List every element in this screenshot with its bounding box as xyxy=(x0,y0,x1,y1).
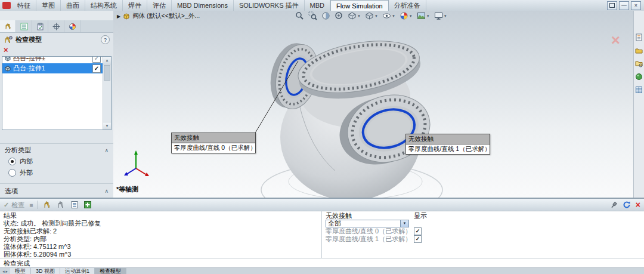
ribbon-tab-mbd[interactable]: MBD xyxy=(305,0,330,11)
restore-window-icon[interactable] xyxy=(607,1,617,10)
ribbon-tab-flow-simulation[interactable]: Flow Simulation xyxy=(330,0,389,11)
panel-title: 检查模型 xyxy=(16,35,42,44)
manager-tabs xyxy=(0,20,113,33)
ribbon-tab-evaluate[interactable]: 评估 xyxy=(147,0,172,11)
show-contact-checkbox-0[interactable]: ✓ xyxy=(414,227,422,235)
view-toolbar: ▼ ▼ ▼ ▼ ▼ ▼ xyxy=(295,11,447,20)
cancel-command-icon[interactable]: × xyxy=(611,32,620,48)
zoom-fit-icon[interactable] xyxy=(295,11,304,20)
ribbon-tab-addins[interactable]: SOLIDWORKS 插件 xyxy=(234,0,305,11)
hide-show-items-icon[interactable]: ▼ xyxy=(382,11,395,20)
edit-appearance-icon[interactable]: ▼ xyxy=(400,11,413,20)
contact-filter-value: 全部 xyxy=(326,220,400,227)
section-view-icon[interactable] xyxy=(321,11,330,20)
tree-row-selected[interactable]: 凸台-拉伸1 ✓ xyxy=(2,63,103,73)
radio-label: 外部 xyxy=(20,168,33,177)
beach-ball-icon xyxy=(69,23,76,30)
chevron-up-icon: ∧ xyxy=(104,147,109,153)
tab-label: 模型 xyxy=(15,267,26,274)
tab-model[interactable]: 模型 xyxy=(10,268,31,274)
tab-scroll-arrows[interactable]: ◂ ▸ xyxy=(0,268,10,274)
tab-flow-analysis-tree[interactable] xyxy=(0,20,16,32)
check-glyph: ✓ xyxy=(416,236,420,242)
ribbon-tab-structure-system[interactable]: 结构系统 xyxy=(85,0,123,11)
design-library-icon[interactable] xyxy=(635,47,643,54)
ribbon-tab-analysis-prep[interactable]: 分析准备 xyxy=(389,0,426,11)
custom-properties-icon[interactable] xyxy=(635,86,643,94)
tab-3d-views[interactable]: 3D 视图 xyxy=(31,268,60,274)
show-contact-checkbox-1[interactable]: ✓ xyxy=(414,235,422,243)
tree-scrollbar[interactable]: ▲ ▼ xyxy=(103,57,111,130)
appearances-icon[interactable] xyxy=(635,73,643,81)
tree-row[interactable]: 凸台-拉伸1 ✓ xyxy=(2,57,103,63)
contact-filter-select[interactable]: 全部 ▼ xyxy=(326,220,409,227)
breadcrumb[interactable]: 阀体 (默认<<默认>_外... xyxy=(123,12,200,20)
contacts-filter-row: 全部 ▼ xyxy=(326,220,640,227)
radio-button[interactable] xyxy=(8,169,16,177)
show-solid-volume-icon[interactable] xyxy=(57,201,66,209)
result-line: 分析类型: 内部 xyxy=(4,235,318,243)
tab-display-manager[interactable] xyxy=(64,20,80,32)
valve-body-model[interactable] xyxy=(113,11,633,198)
minimize-window-icon[interactable]: — xyxy=(619,1,629,10)
ribbon-tab-mbd-dimensions[interactable]: MBD Dimensions xyxy=(172,0,234,11)
check-button-label: 检查 xyxy=(11,201,24,210)
ribbon-tab-surfaces[interactable]: 曲面 xyxy=(61,0,85,11)
stop-button[interactable]: ■ xyxy=(29,202,33,208)
zoom-area-icon[interactable] xyxy=(308,11,317,20)
task-pane-home-icon[interactable] xyxy=(635,33,643,41)
magnified-selection-icon[interactable] xyxy=(335,11,343,20)
add-item-icon[interactable] xyxy=(83,201,92,209)
callout-invalid-contact-1: 无效接触 零厚度曲线/直线 1（已求解） xyxy=(405,134,490,155)
close-panel-icon[interactable]: × xyxy=(636,201,640,209)
tab-dimxpert[interactable] xyxy=(48,20,64,32)
view-orientation-icon[interactable]: ▼ xyxy=(348,11,361,20)
apply-scene-icon[interactable]: ▼ xyxy=(417,11,430,20)
tab-motion-study[interactable]: 运动算例1 xyxy=(60,268,95,274)
tab-check-model[interactable]: 检查模型 xyxy=(95,268,126,274)
analysis-type-section[interactable]: 分析类型 ∧ xyxy=(0,143,113,156)
tab-label: 运动算例1 xyxy=(65,267,89,274)
callout-invalid-contact-0: 无效接触 零厚度曲线/直线 0（已求解） xyxy=(171,133,256,153)
scroll-down-icon[interactable]: ▼ xyxy=(103,122,111,130)
dropdown-arrow-icon: ▼ xyxy=(357,14,361,18)
feature-tree-icon xyxy=(20,23,28,30)
body-checkbox[interactable]: ✓ xyxy=(92,64,101,73)
options-section[interactable]: 选项 ∧ xyxy=(0,183,113,198)
ribbon-tab-features[interactable]: 特征 xyxy=(12,0,36,11)
panel-close-icon[interactable]: × xyxy=(4,45,8,54)
dropdown-arrow-icon: ▼ xyxy=(374,14,378,18)
tab-next-icon[interactable]: ▸ xyxy=(6,269,8,274)
tab-label: 3D 视图 xyxy=(36,267,55,274)
ribbon-tab-label: 评估 xyxy=(153,1,166,10)
scroll-thumb[interactable] xyxy=(104,65,110,81)
dropdown-arrow-icon[interactable]: ▼ xyxy=(400,220,408,227)
extrude-body-icon xyxy=(5,66,11,72)
pin-panel-icon[interactable] xyxy=(610,201,618,209)
flyout-tree-arrow-icon[interactable]: ▶ xyxy=(113,14,123,19)
radio-internal[interactable]: 内部 xyxy=(0,156,113,167)
radio-external[interactable]: 外部 xyxy=(0,167,113,178)
refresh-icon[interactable] xyxy=(623,201,631,209)
ribbon-tab-sketch[interactable]: 草图 xyxy=(36,0,61,11)
view-settings-icon[interactable]: ▼ xyxy=(434,11,447,20)
graphics-area[interactable]: ▶ 阀体 (默认<<默认>_外... ▼ ▼ ▼ ▼ ▼ ▼ × 无效接触 零厚… xyxy=(113,11,633,198)
body-checkbox[interactable]: ✓ xyxy=(92,57,101,63)
close-window-icon[interactable]: × xyxy=(631,1,641,10)
clipboard-icon xyxy=(36,23,44,30)
check-button[interactable]: ✓ 检查 xyxy=(4,201,24,210)
report-list-icon[interactable] xyxy=(70,201,79,209)
view-orientation-label: *等轴测 xyxy=(116,185,138,194)
tab-property-manager[interactable] xyxy=(32,20,48,32)
results-toolbar: ✓ 检查 ■ × xyxy=(0,199,644,211)
ribbon-tab-weldments[interactable]: 焊件 xyxy=(123,0,147,11)
tab-feature-manager[interactable] xyxy=(16,20,32,32)
help-icon[interactable]: ? xyxy=(101,35,110,44)
radio-button[interactable] xyxy=(8,158,16,165)
options-label: 选项 xyxy=(5,187,18,196)
tab-prev-icon[interactable]: ◂ xyxy=(2,269,5,274)
scroll-up-icon[interactable]: ▲ xyxy=(103,57,111,64)
file-explorer-icon[interactable] xyxy=(635,60,643,67)
display-style-icon[interactable]: ▼ xyxy=(365,11,378,20)
show-fluid-volume-icon[interactable] xyxy=(43,201,52,209)
